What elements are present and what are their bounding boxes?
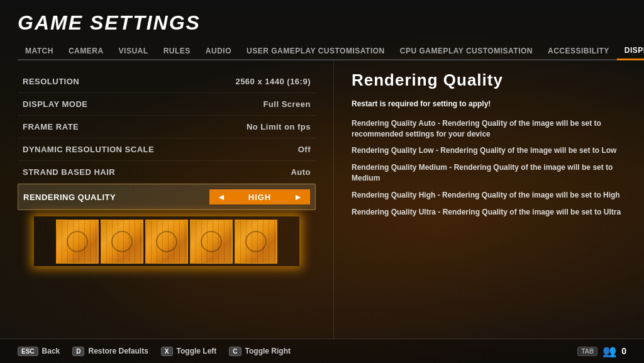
desc-ultra: Rendering Quality Ultra - Rendering Qual… — [352, 207, 629, 218]
tab-rules[interactable]: RULES — [156, 43, 198, 59]
desc-medium: Rendering Quality Medium - Rendering Qua… — [352, 162, 629, 184]
court-tile-4 — [190, 220, 233, 264]
selector-current-value: High — [248, 193, 272, 202]
setting-label-strand-hair: Strand Based Hair — [23, 167, 115, 177]
setting-value-frame-rate: No Limit on fps — [247, 122, 311, 131]
tab-user-gameplay[interactable]: USER GAMEPLAY CUSTOMISATION — [239, 43, 392, 59]
players-icon: 👥 — [602, 344, 616, 358]
setting-value-strand-hair: Auto — [291, 167, 311, 177]
restore-label: Restore Defaults — [88, 347, 148, 355]
desc-high: Rendering Quality High - Rendering Quali… — [352, 190, 629, 201]
setting-rendering-quality[interactable]: Rendering Quality ◄ High ► — [18, 184, 316, 210]
setting-label-resolution: Resolution — [23, 77, 79, 86]
x-key: x — [161, 347, 173, 356]
setting-dynamic-resolution[interactable]: Dynamic Resolution Scale Off — [18, 138, 316, 161]
court-tile-3 — [145, 220, 188, 264]
player-count: 0 — [621, 346, 626, 356]
desc-title: Rendering Quality — [352, 70, 629, 90]
toggle-left-label: Toggle Left — [177, 347, 217, 355]
esc-key: ESC — [18, 347, 38, 356]
setting-label-frame-rate: Frame Rate — [23, 122, 79, 131]
tab-visual[interactable]: VISUAL — [111, 43, 156, 59]
footer-back: ESC Back — [18, 347, 60, 356]
page-title: GAME SETTINGS — [18, 11, 626, 35]
setting-resolution[interactable]: Resolution 2560 x 1440 (16:9) — [18, 70, 316, 93]
footer: ESC Back d Restore Defaults x Toggle Lef… — [0, 338, 644, 363]
setting-value-display-mode: Full Screen — [263, 99, 311, 109]
tab-cpu-gameplay[interactable]: CPU GAMEPLAY CUSTOMISATION — [392, 43, 540, 59]
tab-match[interactable]: MATCH — [18, 43, 61, 59]
header: GAME SETTINGS MATCH CAMERA VISUAL RULES … — [0, 0, 644, 60]
setting-label-display-mode: Display Mode — [23, 99, 88, 109]
settings-panel: Resolution 2560 x 1440 (16:9) Display Mo… — [0, 60, 333, 338]
court-visual — [35, 218, 298, 265]
setting-label-dynamic-resolution: Dynamic Resolution Scale — [23, 145, 154, 154]
toggle-right-label: Toggle Right — [245, 347, 291, 355]
back-label: Back — [42, 347, 60, 355]
footer-right: TAB 👥 0 — [577, 344, 626, 358]
tab-display-configuration[interactable]: DISPLAY CONFIGURATION — [617, 42, 644, 60]
nav-tabs: MATCH CAMERA VISUAL RULES AUDIO USER GAM… — [18, 42, 626, 60]
main-content: Resolution 2560 x 1440 (16:9) Display Mo… — [0, 60, 644, 338]
selector-left-arrow[interactable]: ◄ — [217, 192, 226, 202]
setting-frame-rate[interactable]: Frame Rate No Limit on fps — [18, 116, 316, 138]
court-tile-1 — [56, 220, 99, 264]
setting-value-dynamic-resolution: Off — [298, 145, 311, 154]
footer-toggle-left: x Toggle Left — [161, 347, 216, 356]
court-tile-5 — [235, 220, 277, 264]
d-key: d — [72, 347, 84, 356]
footer-toggle-right: c Toggle Right — [229, 347, 291, 356]
footer-controls: ESC Back d Restore Defaults x Toggle Lef… — [18, 347, 291, 356]
selector-right-arrow[interactable]: ► — [294, 192, 303, 202]
setting-strand-hair[interactable]: Strand Based Hair Auto — [18, 161, 316, 184]
setting-label-rendering-quality: Rendering Quality — [23, 193, 116, 202]
court-tile-2 — [101, 220, 143, 264]
tab-key-badge: TAB — [577, 347, 597, 356]
desc-auto: Rendering Quality Auto - Rendering Quali… — [352, 118, 629, 140]
tab-camera[interactable]: CAMERA — [61, 43, 111, 59]
footer-restore: d Restore Defaults — [72, 347, 148, 356]
description-panel: Rendering Quality Restart is required fo… — [333, 60, 644, 338]
tab-accessibility[interactable]: ACCESSIBILITY — [540, 43, 617, 59]
setting-value-resolution: 2560 x 1440 (16:9) — [235, 77, 311, 86]
desc-low: Rendering Quality Low - Rendering Qualit… — [352, 145, 629, 156]
rendering-quality-selector[interactable]: ◄ High ► — [209, 189, 310, 204]
tab-audio[interactable]: AUDIO — [198, 43, 239, 59]
desc-warning: Restart is required for setting to apply… — [352, 99, 629, 109]
setting-display-mode[interactable]: Display Mode Full Screen — [18, 93, 316, 116]
c-key: c — [229, 347, 241, 356]
